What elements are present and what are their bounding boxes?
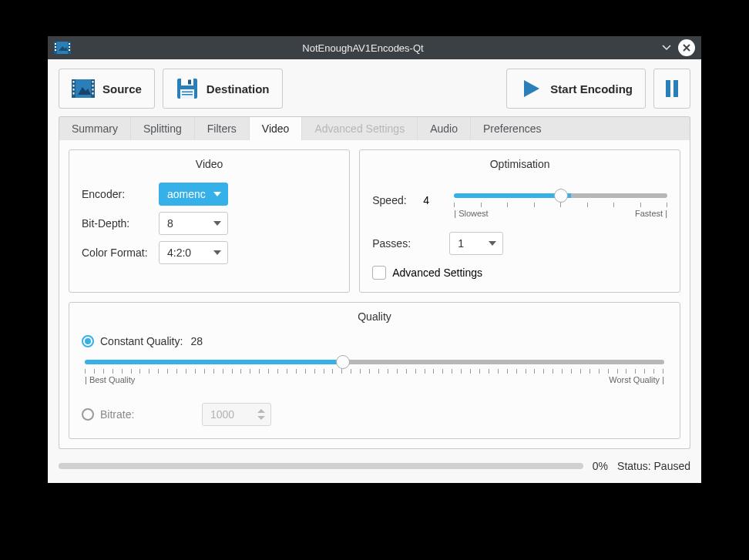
bitdepth-label: Bit-Depth:	[82, 217, 159, 230]
optimisation-group-title: Optimisation	[372, 158, 667, 170]
tab-video[interactable]: Video	[250, 117, 303, 140]
bitrate-label: Bitrate:	[100, 408, 134, 421]
start-encoding-button[interactable]: Start Encoding	[506, 69, 646, 109]
minimize-button[interactable]	[658, 39, 675, 56]
svg-rect-7	[69, 46, 70, 48]
svg-rect-3	[55, 43, 56, 45]
svg-rect-6	[69, 43, 70, 45]
tab-advanced-settings: Advanced Settings	[302, 117, 418, 140]
svg-rect-18	[92, 85, 94, 87]
constant-quality-label: Constant Quality:	[100, 335, 183, 347]
encoder-select[interactable]: aomenc	[159, 183, 228, 206]
tab-splitting[interactable]: Splitting	[131, 117, 195, 140]
source-button[interactable]: Source	[59, 69, 155, 109]
svg-rect-13	[73, 81, 75, 83]
progress-percent: 0%	[593, 460, 608, 472]
svg-rect-17	[92, 81, 94, 83]
film-icon	[72, 77, 95, 100]
tab-preferences[interactable]: Preferences	[471, 117, 553, 140]
svg-rect-16	[73, 92, 75, 95]
svg-rect-15	[73, 89, 75, 91]
bitrate-radio[interactable]	[82, 408, 94, 421]
quality-scale-left: | Best Quality	[85, 375, 135, 384]
colorformat-label: Color Format:	[82, 246, 159, 259]
svg-rect-23	[181, 79, 193, 86]
svg-rect-19	[92, 89, 94, 91]
svg-rect-4	[55, 46, 56, 48]
bitdepth-select[interactable]: 8	[159, 212, 228, 235]
destination-button[interactable]: Destination	[163, 69, 283, 109]
constant-quality-value: 28	[190, 335, 203, 347]
bitrate-spinbox[interactable]	[202, 403, 271, 426]
tab-summary[interactable]: Summary	[59, 117, 131, 140]
app-window: NotEnoughAV1Encodes-Qt Source Destinatio…	[48, 36, 701, 483]
quality-scale-right: Worst Quality |	[609, 375, 664, 384]
colorformat-select[interactable]: 4:2:0	[159, 241, 228, 264]
play-icon	[519, 77, 542, 100]
speed-slider[interactable]	[454, 193, 667, 198]
constant-quality-radio[interactable]	[82, 335, 94, 347]
optimisation-group: Optimisation Speed: 4 | Slowest Fastest …	[359, 149, 680, 293]
passes-select[interactable]: 1	[449, 232, 503, 255]
source-label: Source	[102, 82, 142, 96]
app-icon	[54, 42, 71, 54]
svg-rect-14	[73, 85, 75, 87]
svg-rect-8	[69, 49, 70, 51]
window-title: NotEnoughAV1Encodes-Qt	[71, 42, 655, 54]
svg-rect-24	[188, 80, 191, 85]
progress-bar	[59, 463, 583, 469]
close-button[interactable]	[678, 39, 695, 56]
toolbar: Source Destination Start Encoding	[59, 69, 690, 109]
quality-group-title: Quality	[82, 310, 667, 323]
titlebar[interactable]: NotEnoughAV1Encodes-Qt	[48, 36, 701, 59]
save-icon	[176, 77, 199, 100]
encoder-label: Encoder:	[82, 188, 159, 200]
advanced-settings-checkbox[interactable]	[372, 266, 386, 280]
status-row: 0% Status: Paused	[59, 460, 690, 472]
svg-rect-27	[182, 94, 193, 96]
speed-scale-left: | Slowest	[454, 209, 488, 218]
svg-rect-20	[92, 92, 94, 95]
tab-audio[interactable]: Audio	[418, 117, 471, 140]
svg-rect-30	[673, 80, 678, 97]
pause-button[interactable]	[653, 69, 690, 109]
video-group: Video Encoder: aomenc Bit-Depth: 8 Color…	[69, 149, 350, 293]
svg-rect-5	[55, 49, 56, 51]
window-body: Source Destination Start Encoding	[48, 59, 701, 483]
destination-label: Destination	[207, 82, 270, 96]
svg-rect-29	[666, 80, 670, 97]
tab-filters[interactable]: Filters	[195, 117, 250, 140]
svg-rect-26	[182, 92, 193, 93]
start-label: Start Encoding	[550, 82, 633, 96]
speed-scale-right: Fastest |	[635, 209, 667, 218]
pause-icon	[660, 77, 684, 100]
speed-value: 4	[423, 194, 454, 206]
video-group-title: Video	[82, 158, 337, 170]
quality-group: Quality Constant Quality: 28 | Best Qual…	[69, 302, 680, 439]
advanced-settings-label: Advanced Settings	[392, 267, 482, 279]
svg-marker-28	[524, 80, 539, 97]
speed-label: Speed:	[372, 194, 418, 206]
quality-slider[interactable]	[85, 360, 664, 364]
passes-label: Passes:	[372, 237, 418, 250]
tab-panel-video: Video Encoder: aomenc Bit-Depth: 8 Color…	[59, 140, 690, 449]
tab-bar: Summary Splitting Filters Video Advanced…	[59, 116, 690, 140]
status-text: Status: Paused	[617, 460, 690, 472]
